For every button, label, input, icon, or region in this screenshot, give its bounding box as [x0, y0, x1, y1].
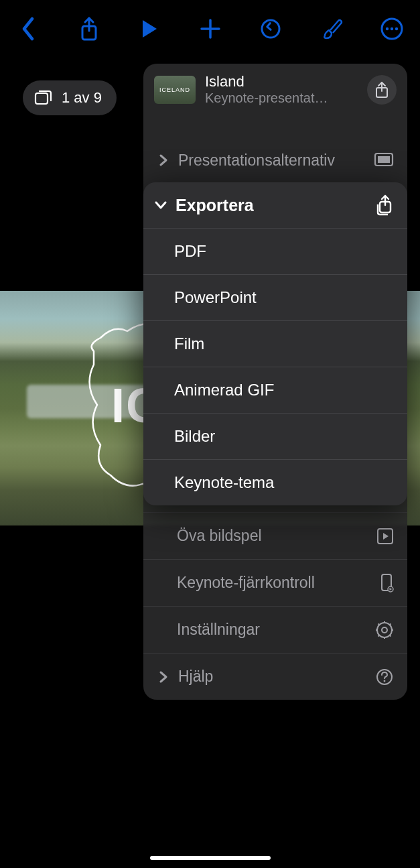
panel-share-button[interactable]: [367, 75, 397, 105]
export-header[interactable]: Exportera: [143, 182, 407, 228]
brush-icon: [320, 17, 344, 41]
export-item-label: Film: [174, 334, 204, 353]
export-popover: Exportera PDF PowerPoint Film Animerad G…: [143, 182, 407, 505]
export-item-label: Bilder: [174, 427, 215, 446]
svg-point-31: [384, 680, 386, 682]
slides-icon: [33, 88, 52, 107]
slide-counter-label: 1 av 9: [62, 89, 102, 107]
menu-label: Hjälp: [178, 668, 367, 686]
presentation-thumbnail: ICELAND: [154, 76, 196, 104]
undo-button[interactable]: [252, 10, 289, 48]
menu-help[interactable]: Hjälp: [143, 653, 407, 700]
slide-counter[interactable]: 1 av 9: [23, 80, 117, 115]
export-item-label: PowerPoint: [174, 288, 257, 307]
export-item-label: Keynote-tema: [174, 473, 274, 492]
toolbar: [0, 0, 420, 58]
svg-point-21: [382, 627, 387, 633]
gear-icon: [375, 621, 394, 639]
svg-point-8: [391, 27, 393, 30]
format-button[interactable]: [313, 10, 350, 48]
menu-label: Inställningar: [157, 621, 367, 639]
chevron-right-icon: [159, 670, 168, 684]
phone-play-icon: [380, 573, 394, 593]
display-icon: [374, 152, 394, 168]
export-label: Exportera: [176, 196, 366, 215]
back-button[interactable]: [9, 10, 47, 48]
plus-icon: [199, 17, 222, 40]
export-item-label: PDF: [174, 242, 206, 261]
export-item-keynote-theme[interactable]: Keynote-tema: [143, 459, 407, 505]
menu-label: Presentationsalternativ: [178, 151, 366, 170]
presentation-title: Island: [205, 73, 358, 90]
svg-rect-10: [36, 93, 48, 104]
menu-practice[interactable]: Öva bildspel: [143, 512, 407, 559]
add-button[interactable]: [192, 10, 229, 48]
export-icon: [374, 194, 394, 216]
panel-header: ICELAND Island Keynote-presentat…: [143, 64, 407, 119]
export-item-film[interactable]: Film: [143, 320, 407, 367]
chevron-left-icon: [21, 17, 36, 41]
svg-marker-16: [383, 533, 389, 540]
more-button[interactable]: [373, 10, 411, 48]
menu-remote[interactable]: Keynote-fjärrkontroll: [143, 559, 407, 606]
menu-settings[interactable]: Inställningar: [143, 606, 407, 653]
menu-label: Keynote-fjärrkontroll: [157, 574, 372, 592]
menu-label: Öva bildspel: [157, 527, 368, 545]
presentation-subtitle: Keynote-presentat…: [205, 90, 358, 106]
svg-point-9: [395, 27, 398, 30]
help-icon: [375, 668, 394, 686]
play-rect-icon: [376, 528, 394, 545]
share-icon: [374, 81, 389, 99]
play-icon: [141, 19, 158, 39]
share-button[interactable]: [70, 10, 108, 48]
export-item-powerpoint[interactable]: PowerPoint: [143, 274, 407, 320]
export-item-pdf[interactable]: PDF: [143, 228, 407, 274]
chevron-down-icon: [154, 198, 167, 212]
svg-rect-14: [378, 156, 390, 163]
svg-marker-2: [143, 20, 157, 38]
menu-presentation-options[interactable]: Presentationsalternativ: [143, 137, 407, 184]
play-button[interactable]: [131, 10, 168, 48]
share-icon: [79, 16, 99, 42]
ellipsis-circle-icon: [380, 17, 404, 41]
export-item-label: Animerad GIF: [174, 381, 274, 399]
export-item-images[interactable]: Bilder: [143, 413, 407, 459]
chevron-right-icon: [159, 153, 168, 167]
export-item-animated-gif[interactable]: Animerad GIF: [143, 367, 407, 413]
svg-point-7: [386, 27, 389, 30]
undo-icon: [259, 17, 282, 40]
home-indicator[interactable]: [150, 856, 271, 860]
